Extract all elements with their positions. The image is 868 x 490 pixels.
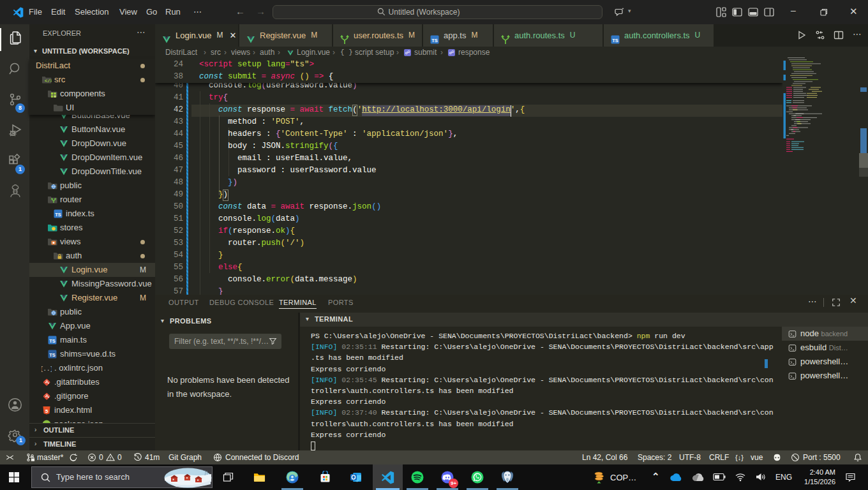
svg-text:TS: TS bbox=[612, 38, 618, 43]
svg-text:{..}: {..} bbox=[41, 366, 52, 373]
svg-text:TS: TS bbox=[49, 352, 56, 358]
svg-text:TS: TS bbox=[55, 212, 61, 218]
svg-text:</>: </> bbox=[45, 78, 52, 84]
svg-text:TS: TS bbox=[431, 38, 438, 43]
svg-text:TS: TS bbox=[49, 338, 56, 344]
svg-text:5: 5 bbox=[45, 408, 49, 414]
